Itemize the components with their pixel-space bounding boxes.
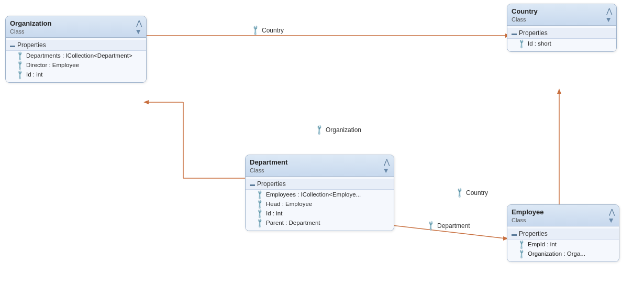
dept-prop-1: 🔧 Head : Employee xyxy=(246,199,394,209)
department-title-group: Department Class xyxy=(250,158,287,173)
country-title-group: Country Class xyxy=(512,7,538,23)
organization-body: ▬ Properties 🔧 Departments : ICollection… xyxy=(6,38,146,82)
country-filter-icon[interactable]: ▼ xyxy=(605,16,612,23)
dept-prop-0: 🔧 Employees : ICollection<Employe... xyxy=(246,190,394,199)
department-body: ▬ Properties 🔧 Employees : ICollection<E… xyxy=(246,177,394,231)
country-prop-icon-0: 🔧 xyxy=(516,38,527,49)
connector-text-2: Organization xyxy=(326,126,361,134)
employee-header: Employee Class ⋀ ▼ xyxy=(507,205,619,226)
emp-prop-0: 🔧 EmpId : int xyxy=(507,239,619,249)
employee-section-collapse: ▬ xyxy=(512,231,517,237)
dept-prop-2: 🔧 Id : int xyxy=(246,209,394,218)
department-section-label: Properties xyxy=(257,180,286,188)
connector-label-country-2: 🔧 Country xyxy=(456,189,488,197)
organization-filter-icon[interactable]: ▼ xyxy=(135,28,142,35)
wrench-icon-4: 🔧 xyxy=(454,187,465,199)
country-section-header: ▬ Properties xyxy=(507,28,616,39)
country-collapse-icon[interactable]: ⋀ xyxy=(606,7,612,15)
connector-label-country-1: 🔧 Country xyxy=(251,26,284,34)
connector-label-organization: 🔧 Organization xyxy=(315,126,361,134)
organization-subtitle: Class xyxy=(10,28,51,35)
country-header-icons: ⋀ ▼ xyxy=(605,7,612,23)
country-section-label: Properties xyxy=(519,29,548,37)
organization-section-label: Properties xyxy=(17,41,46,49)
organization-header: Organization Class ⋀ ▼ xyxy=(6,16,146,38)
employee-box: Employee Class ⋀ ▼ ▬ Properties 🔧 EmpId … xyxy=(507,204,619,262)
country-box: Country Class ⋀ ▼ ▬ Properties 🔧 Id : sh… xyxy=(507,4,617,52)
country-header: Country Class ⋀ ▼ xyxy=(507,4,616,26)
employee-header-icons: ⋀ ▼ xyxy=(607,208,615,224)
connector-text-1: Country xyxy=(262,27,284,34)
connector-label-department: 🔧 Department xyxy=(427,222,470,230)
employee-collapse-icon[interactable]: ⋀ xyxy=(609,208,615,215)
dept-prop-text-1: Head : Employee xyxy=(266,201,312,207)
wrench-icon-3: 🔧 xyxy=(425,220,437,232)
organization-title-group: Organization Class xyxy=(10,19,51,35)
employee-section-label: Properties xyxy=(519,230,548,237)
organization-title: Organization xyxy=(10,19,51,28)
employee-body: ▬ Properties 🔧 EmpId : int 🔧 Organizatio… xyxy=(507,226,619,262)
department-header-icons: ⋀ ▼ xyxy=(382,158,390,174)
organization-box: Organization Class ⋀ ▼ ▬ Properties 🔧 De… xyxy=(5,16,147,83)
emp-prop-text-1: Organization : Orga... xyxy=(528,250,585,257)
country-body: ▬ Properties 🔧 Id : short xyxy=(507,26,616,51)
department-filter-icon[interactable]: ▼ xyxy=(382,167,390,174)
department-title: Department xyxy=(250,158,287,167)
department-section-collapse: ▬ xyxy=(250,181,255,187)
emp-prop-1: 🔧 Organization : Orga... xyxy=(507,249,619,258)
connector-text-4: Country xyxy=(466,189,488,197)
dept-prop-text-3: Parent : Department xyxy=(266,220,320,226)
dept-prop-text-0: Employees : ICollection<Employe... xyxy=(266,191,361,198)
connector-text-3: Department xyxy=(437,222,470,230)
employee-section-header: ▬ Properties xyxy=(507,228,619,239)
dept-prop-icon-3: 🔧 xyxy=(254,217,265,228)
organization-collapse-icon[interactable]: ⋀ xyxy=(136,19,142,27)
org-prop-text-2: Id : int xyxy=(26,71,42,78)
employee-title: Employee xyxy=(512,208,543,217)
employee-title-group: Employee Class xyxy=(512,208,543,223)
org-prop-text-1: Director : Employee xyxy=(26,62,79,68)
svg-marker-9 xyxy=(557,89,561,94)
department-box: Department Class ⋀ ▼ ▬ Properties 🔧 Empl… xyxy=(245,155,394,231)
dept-prop-text-2: Id : int xyxy=(266,210,282,216)
emp-prop-text-0: EmpId : int xyxy=(528,241,557,247)
country-title: Country xyxy=(512,7,538,16)
emp-prop-icon-1: 🔧 xyxy=(516,248,527,259)
org-prop-text-0: Departments : ICollection<Department> xyxy=(26,52,132,59)
organization-header-icons: ⋀ ▼ xyxy=(135,19,142,35)
department-collapse-icon[interactable]: ⋀ xyxy=(384,158,390,166)
country-prop-0: 🔧 Id : short xyxy=(507,39,616,48)
svg-marker-5 xyxy=(143,100,149,104)
organization-section-collapse: ▬ xyxy=(10,42,15,48)
department-section-header: ▬ Properties xyxy=(246,179,394,190)
org-prop-2: 🔧 Id : int xyxy=(6,70,146,79)
employee-subtitle: Class xyxy=(512,217,543,223)
country-subtitle: Class xyxy=(512,16,538,23)
employee-filter-icon[interactable]: ▼ xyxy=(607,216,615,224)
wrench-icon-2: 🔧 xyxy=(314,124,325,136)
organization-section-header: ▬ Properties xyxy=(6,40,146,51)
country-prop-text-0: Id : short xyxy=(528,40,551,47)
dept-prop-3: 🔧 Parent : Department xyxy=(246,218,394,227)
department-header: Department Class ⋀ ▼ xyxy=(246,155,394,177)
wrench-icon-1: 🔧 xyxy=(250,25,261,36)
country-section-collapse: ▬ xyxy=(512,30,517,36)
org-prop-icon-2: 🔧 xyxy=(15,69,26,80)
org-prop-0: 🔧 Departments : ICollection<Department> xyxy=(6,51,146,60)
department-subtitle: Class xyxy=(250,167,287,173)
org-prop-1: 🔧 Director : Employee xyxy=(6,60,146,70)
